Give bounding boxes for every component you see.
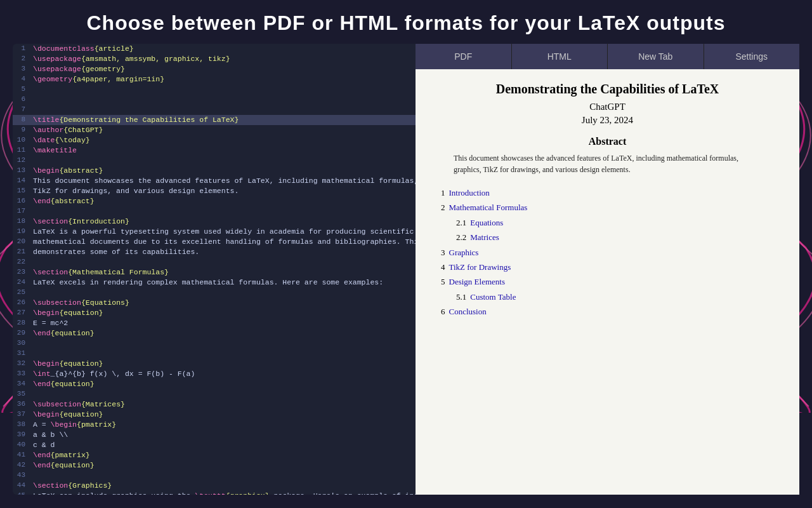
toc-item: 5.1Custom Table [456, 290, 780, 304]
toc-link[interactable]: Custom Table [470, 290, 516, 304]
line-number: 23 [13, 267, 33, 276]
line-number: 18 [13, 217, 33, 225]
toc-link[interactable]: TikZ for Drawings [449, 260, 511, 274]
toc-link[interactable]: Equations [470, 215, 503, 230]
code-line-2: 2\usepackage{amsmath, amssymb, graphicx,… [13, 54, 416, 64]
code-line-17: 17 [13, 206, 416, 217]
html-button[interactable]: HTML [512, 44, 608, 69]
line-code: \section{Mathematical Formulas} [33, 267, 410, 277]
line-code [33, 105, 410, 115]
preview-doc-title: Demonstrating the Capabilities of LaTeX [435, 82, 780, 97]
code-line-26: 26\subsection{Equations} [13, 298, 416, 308]
code-line-10: 10\date{\today} [13, 135, 416, 145]
code-line-20: 20mathematical documents due to its exce… [13, 237, 416, 247]
page-title: Choose between PDF or HTML formats for y… [0, 0, 812, 44]
code-line-13: 13\begin{abstract} [13, 166, 416, 176]
code-line-35: 35 [13, 389, 416, 399]
toc-num: 2.2 [456, 230, 466, 244]
code-line-34: 34\end{equation} [13, 379, 416, 389]
line-number: 35 [13, 389, 33, 398]
toc-link[interactable]: Matrices [470, 230, 499, 244]
code-line-6: 6 [13, 95, 416, 105]
toc-num: 4 [441, 260, 445, 274]
code-line-16: 16\end{abstract} [13, 196, 416, 206]
code-line-44: 44\section{Graphics} [13, 481, 416, 491]
code-line-18: 18\section{Introduction} [13, 217, 416, 227]
toc-num: 1 [441, 185, 445, 200]
line-code: \int_{a}^{b} f(x) \, dx = F(b) - F(a) [33, 369, 410, 379]
line-number: 32 [13, 359, 33, 367]
code-line-25: 25 [13, 288, 416, 298]
pdf-button[interactable]: PDF [416, 44, 512, 69]
line-number: 36 [13, 399, 33, 408]
code-line-11: 11\maketitle [13, 145, 416, 156]
settings-button[interactable]: Settings [704, 44, 800, 69]
line-code: \section{Introduction} [33, 217, 410, 227]
line-code: \author{ChatGPT} [33, 125, 410, 135]
line-code [33, 389, 410, 399]
preview-area: Demonstrating the Capabilities of LaTeX … [416, 69, 799, 495]
toc-link[interactable]: Graphics [449, 245, 479, 260]
line-number: 22 [13, 257, 33, 265]
toc-item: 1Introduction [441, 185, 780, 200]
line-code: TikZ for drawings, and various design el… [33, 186, 410, 196]
toc-link[interactable]: Conclusion [449, 304, 487, 319]
line-number: 8 [13, 115, 33, 123]
line-number: 5 [13, 84, 33, 93]
code-line-3: 3\usepackage{geometry} [13, 64, 416, 74]
line-number: 45 [13, 491, 33, 495]
line-number: 9 [13, 125, 33, 133]
line-number: 1 [13, 44, 33, 52]
toc-num: 3 [441, 245, 445, 260]
line-number: 14 [13, 176, 33, 184]
code-line-30: 30 [13, 338, 416, 349]
line-code: demonstrates some of its capabilities. [33, 247, 410, 257]
toc-link[interactable]: Design Elements [449, 274, 505, 289]
line-number: 43 [13, 471, 33, 479]
code-line-36: 36\subsection{Matrices} [13, 399, 416, 410]
line-code: \begin{abstract} [33, 166, 410, 176]
line-number: 37 [13, 410, 33, 418]
code-line-43: 43 [13, 471, 416, 481]
line-number: 41 [13, 450, 33, 458]
line-number: 24 [13, 277, 33, 286]
line-code [33, 349, 410, 359]
code-line-24: 24LaTeX excels in rendering complex math… [13, 277, 416, 288]
toc-item: 3Graphics [441, 245, 780, 260]
line-number: 40 [13, 440, 33, 448]
code-line-7: 7 [13, 105, 416, 115]
code-content[interactable]: 1\documentclass{article}2\usepackage{ams… [13, 44, 416, 495]
line-code: \end{abstract} [33, 196, 410, 206]
code-line-4: 4\geometry{a4paper, margin=1in} [13, 74, 416, 84]
code-line-21: 21demonstrates some of its capabilities. [13, 247, 416, 257]
line-code [33, 206, 410, 217]
code-line-9: 9\author{ChatGPT} [13, 125, 416, 135]
preview-date: July 23, 2024 [435, 115, 780, 126]
line-code: \subsection{Equations} [33, 298, 410, 308]
main-container: 1\documentclass{article}2\usepackage{ams… [13, 44, 799, 495]
code-line-15: 15TikZ for drawings, and various design … [13, 186, 416, 196]
toc-link[interactable]: Introduction [449, 185, 490, 200]
line-number: 39 [13, 430, 33, 438]
toc-num: 2 [441, 200, 445, 215]
line-number: 31 [13, 349, 33, 357]
line-number: 10 [13, 135, 33, 144]
code-line-33: 33\int_{a}^{b} f(x) \, dx = F(b) - F(a) [13, 369, 416, 379]
line-code: mathematical documents due to its excell… [33, 237, 416, 247]
line-code [33, 84, 410, 95]
code-line-5: 5 [13, 84, 416, 95]
code-line-27: 27\begin{equation} [13, 308, 416, 318]
line-number: 28 [13, 318, 33, 326]
line-code: \end{pmatrix} [33, 450, 410, 460]
toolbar: PDF HTML New Tab Settings [416, 44, 799, 69]
line-code: \end{equation} [33, 460, 410, 471]
line-number: 7 [13, 105, 33, 113]
line-number: 27 [13, 308, 33, 316]
new-tab-button[interactable]: New Tab [608, 44, 704, 69]
line-code: \section{Graphics} [33, 481, 410, 491]
toc-item: 6Conclusion [441, 304, 780, 319]
line-code: \begin{equation} [33, 410, 410, 420]
toc-link[interactable]: Mathematical Formulas [449, 200, 528, 215]
line-code: A = \begin{pmatrix} [33, 420, 410, 430]
table-of-contents: 1Introduction2Mathematical Formulas2.1Eq… [441, 185, 780, 319]
